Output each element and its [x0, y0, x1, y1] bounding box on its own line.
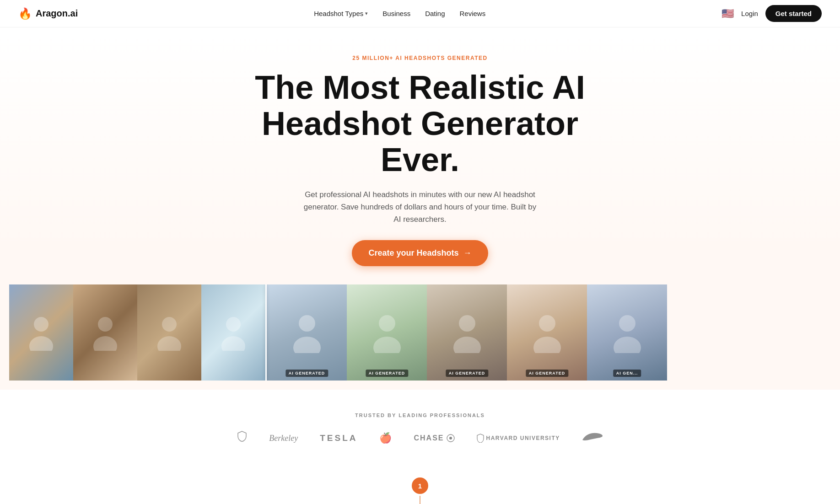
ai-generated-badge-4: AI GENERATED — [526, 370, 568, 377]
ai-photo-3: AI GENERATED — [427, 284, 507, 381]
ai-generated-badge-3: AI GENERATED — [446, 370, 488, 377]
ai-photo-2: AI GENERATED — [347, 284, 427, 381]
svg-point-3 — [93, 336, 117, 351]
svg-point-8 — [299, 315, 315, 332]
ai-generated-badge-1: AI GENERATED — [285, 370, 328, 377]
svg-point-12 — [459, 315, 475, 332]
logo-area: 🔥 Aragon.ai — [18, 7, 78, 20]
nav-business[interactable]: Business — [382, 10, 410, 17]
hero-badge: 25 MILLION+ AI HEADSHOTS GENERATED — [9, 55, 831, 61]
brand-shield-icon — [237, 431, 247, 445]
create-headshots-button[interactable]: Create your Headshots → — [352, 240, 488, 266]
brand-harvard: HARVARD UNIVERSITY — [477, 434, 560, 443]
brand-tesla: TESLA — [320, 433, 357, 443]
hero-subtitle: Get professional AI headshots in minutes… — [301, 188, 539, 226]
svg-point-17 — [614, 337, 641, 353]
step-line — [420, 496, 420, 504]
raw-photo-4 — [201, 284, 265, 381]
svg-point-16 — [619, 315, 635, 332]
hero-title: The Most Realistic AI Headshot Generator… — [242, 70, 598, 178]
nav-reviews[interactable]: Reviews — [460, 10, 486, 17]
step-section: 1 Upload a few photos — [0, 459, 840, 504]
photo-divider — [265, 284, 267, 381]
trusted-label: TRUSTED BY LEADING PROFESSIONALS — [9, 413, 831, 418]
ai-photo-4: AI GENERATED — [507, 284, 587, 381]
svg-point-2 — [98, 317, 113, 332]
logo-flame-icon: 🔥 — [18, 7, 32, 20]
nav-dating[interactable]: Dating — [425, 10, 445, 17]
flag-icon[interactable]: 🇺🇸 — [722, 8, 734, 20]
step-number-circle: 1 — [412, 477, 428, 494]
svg-point-11 — [373, 337, 401, 353]
svg-point-1 — [29, 336, 53, 351]
brand-berkeley: Berkeley — [269, 434, 298, 443]
navbar-right: 🇺🇸 Login Get started — [722, 5, 822, 22]
arrow-icon: → — [463, 248, 472, 258]
raw-photo-2 — [73, 284, 137, 381]
svg-point-14 — [539, 315, 555, 332]
nav-headshot-types[interactable]: Headshot Types ▾ — [314, 10, 368, 17]
login-link[interactable]: Login — [741, 10, 758, 17]
svg-point-6 — [226, 317, 241, 332]
navbar: 🔥 Aragon.ai Headshot Types ▾ Business Da… — [0, 0, 840, 27]
ai-photo-1: AI GENERATED — [267, 284, 347, 381]
brand-chase: CHASE — [414, 434, 454, 442]
ai-generated-badge-5: AI GEN... — [613, 370, 641, 377]
ai-generated-badge-2: AI GENERATED — [366, 370, 408, 377]
svg-point-7 — [221, 336, 245, 351]
svg-point-5 — [157, 336, 181, 351]
brand-logos: Berkeley TESLA 🍎 CHASE HARVARD UNIVERSIT… — [9, 431, 831, 445]
brand-apple-icon: 🍎 — [379, 432, 392, 444]
chevron-down-icon: ▾ — [365, 11, 368, 16]
get-started-button[interactable]: Get started — [765, 5, 822, 22]
svg-point-0 — [34, 317, 48, 332]
svg-point-19 — [449, 437, 452, 440]
raw-photo-1 — [9, 284, 73, 381]
raw-photo-3 — [137, 284, 201, 381]
svg-point-15 — [533, 337, 561, 353]
nav-links: Headshot Types ▾ Business Dating Reviews — [314, 10, 485, 17]
svg-point-9 — [293, 337, 321, 353]
svg-point-13 — [453, 337, 481, 353]
ai-photo-5: AI GEN... — [587, 284, 667, 381]
svg-point-4 — [162, 317, 177, 332]
hero-section: 25 MILLION+ AI HEADSHOTS GENERATED The M… — [0, 27, 840, 390]
logo-text: Aragon.ai — [36, 8, 78, 19]
brand-nike-icon — [582, 432, 603, 444]
photo-strip: AI GENERATED AI GENERATED AI GENERATED — [9, 284, 831, 381]
trusted-section: TRUSTED BY LEADING PROFESSIONALS Berkele… — [0, 390, 840, 459]
svg-point-10 — [379, 315, 395, 332]
